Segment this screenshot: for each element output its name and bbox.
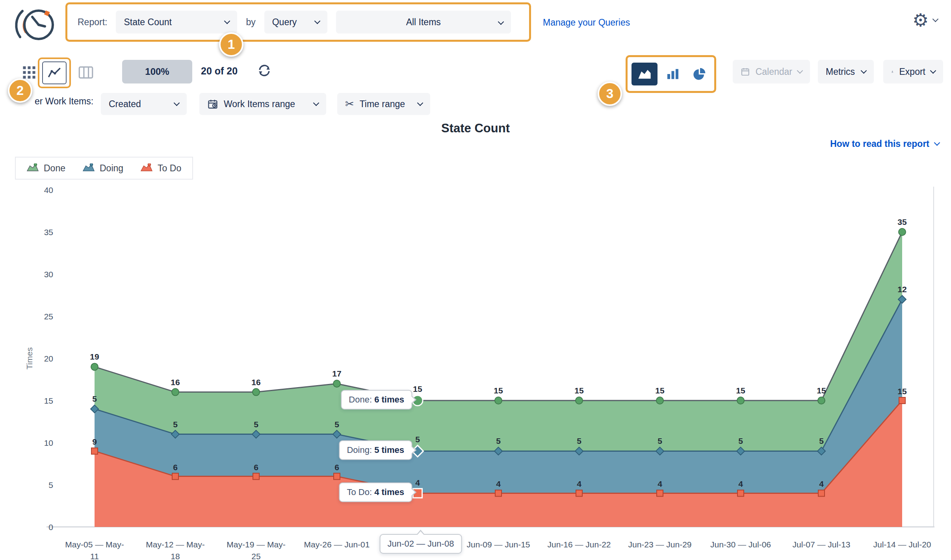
by-label: by <box>246 17 255 28</box>
metrics-dropdown[interactable]: Metrics <box>818 60 874 83</box>
work-items-range-dropdown[interactable]: Work Items range <box>199 93 326 115</box>
svg-text:Jul-14 — Jul-20: Jul-14 — Jul-20 <box>873 540 931 549</box>
svg-text:6: 6 <box>334 463 339 472</box>
scope-select[interactable]: All Items <box>336 11 511 33</box>
legend-item-done[interactable]: Done <box>27 163 65 174</box>
svg-text:35: 35 <box>44 228 53 237</box>
created-filter-value: Created <box>109 99 141 109</box>
state-count-chart[interactable]: 0510152025303540Times1959165616561756155… <box>24 181 942 560</box>
chevron-down-icon <box>934 140 940 146</box>
legend-swatch-todo-icon <box>141 163 152 174</box>
metrics-label: Metrics <box>826 67 855 77</box>
svg-text:35: 35 <box>897 217 907 226</box>
created-filter-select[interactable]: Created <box>101 93 187 115</box>
annotation-box-report: Report: State Count by Query All Items <box>65 2 531 42</box>
svg-text:40: 40 <box>44 185 53 195</box>
annotation-step-2-badge: 2 <box>8 78 32 103</box>
svg-text:Jun-30 — Jul-06: Jun-30 — Jul-06 <box>710 540 771 549</box>
svg-text:6: 6 <box>173 463 178 472</box>
refresh-button[interactable] <box>257 63 272 78</box>
manage-queries-link[interactable]: Manage your Queries <box>543 17 630 28</box>
pie-chart-button[interactable] <box>688 63 710 85</box>
chart-view-button[interactable] <box>42 61 67 84</box>
board-view-button[interactable] <box>75 61 97 83</box>
svg-text:5: 5 <box>173 420 178 429</box>
svg-text:May-26 — Jun-01: May-26 — Jun-01 <box>304 540 370 549</box>
svg-text:25: 25 <box>44 312 53 321</box>
time-range-label: Time range <box>360 99 405 109</box>
svg-text:5: 5 <box>48 480 53 490</box>
chevron-down-icon <box>174 100 180 106</box>
svg-text:5: 5 <box>658 436 662 445</box>
chevron-down-icon <box>932 16 939 22</box>
chevron-down-icon <box>797 67 803 74</box>
app-page: Report: State Count by Query All Items M… <box>0 0 951 560</box>
svg-text:20: 20 <box>44 354 53 363</box>
legend-swatch-done-icon <box>27 163 39 174</box>
tooltip-doing-label: Doing: <box>347 445 372 455</box>
area-chart-button[interactable] <box>632 63 658 85</box>
svg-text:4: 4 <box>496 479 501 488</box>
svg-text:5: 5 <box>415 435 420 444</box>
tooltip-done-label: Done: <box>349 395 372 404</box>
legend-label-doing: Doing <box>100 163 123 174</box>
how-to-read-label: How to read this report <box>830 139 929 149</box>
query-type-select[interactable]: Query <box>264 11 327 33</box>
svg-text:25: 25 <box>251 552 260 560</box>
svg-text:30: 30 <box>44 270 53 279</box>
svg-text:17: 17 <box>332 369 341 378</box>
svg-text:16: 16 <box>251 378 260 387</box>
chevron-down-icon <box>930 67 936 74</box>
legend-item-doing[interactable]: Doing <box>83 163 123 174</box>
tooltip-doing-value: 5 times <box>374 445 404 455</box>
bar-chart-button[interactable] <box>661 63 685 85</box>
filter-work-items-label: er Work Items: <box>35 96 93 107</box>
chevron-down-icon <box>314 18 320 24</box>
svg-text:5: 5 <box>254 420 258 429</box>
svg-text:4: 4 <box>658 479 662 488</box>
chevron-down-icon <box>498 19 504 25</box>
svg-text:4: 4 <box>577 479 581 488</box>
annotation-box-chart-types <box>626 55 716 93</box>
svg-text:12: 12 <box>897 285 906 294</box>
svg-text:9: 9 <box>92 437 97 446</box>
tooltip-done: Done: 6 times <box>341 390 412 410</box>
tooltip-date-range: Jun-02 — Jun-08 <box>380 534 462 554</box>
calendar-dropdown[interactable]: Calendar <box>733 60 810 83</box>
grid-icon <box>22 66 36 79</box>
settings-menu-button[interactable]: ⚙ <box>912 11 938 29</box>
annotation-step-3-badge: 3 <box>598 82 622 106</box>
line-chart-icon <box>47 67 61 79</box>
chevron-down-icon <box>417 100 423 106</box>
tooltip-doing: Doing: 5 times <box>339 440 412 460</box>
tooltip-todo-label: To Do: <box>347 487 372 497</box>
report-select[interactable]: State Count <box>116 11 237 33</box>
chart-legend: Done Doing To Do <box>15 157 193 180</box>
board-icon <box>78 66 93 79</box>
work-items-range-label: Work Items range <box>224 99 295 109</box>
svg-text:5: 5 <box>92 394 97 403</box>
area-chart-icon <box>638 69 651 79</box>
items-count-label: 20 of 20 <box>201 65 238 77</box>
svg-text:15: 15 <box>494 386 503 395</box>
pie-chart-icon <box>693 68 706 80</box>
app-logo-icon <box>9 4 57 45</box>
chevron-down-icon <box>861 67 867 74</box>
time-range-dropdown[interactable]: ✂ Time range <box>337 93 430 115</box>
annotation-step-1-badge: 1 <box>219 32 243 57</box>
svg-text:Jun-09 — Jun-15: Jun-09 — Jun-15 <box>466 540 530 549</box>
svg-text:5: 5 <box>334 420 339 429</box>
svg-text:15: 15 <box>655 386 665 395</box>
refresh-icon <box>257 63 272 78</box>
svg-text:4: 4 <box>738 479 743 488</box>
svg-text:18: 18 <box>171 552 180 560</box>
svg-text:4: 4 <box>819 479 824 488</box>
how-to-read-link[interactable]: How to read this report <box>830 139 939 149</box>
legend-item-todo[interactable]: To Do <box>141 163 181 174</box>
zoom-level-button[interactable]: 100% <box>122 60 192 83</box>
svg-text:15: 15 <box>44 396 53 405</box>
svg-text:15: 15 <box>897 387 907 396</box>
svg-text:15: 15 <box>736 386 745 395</box>
export-dropdown[interactable]: Export <box>883 60 943 83</box>
svg-text:Times: Times <box>25 347 34 369</box>
